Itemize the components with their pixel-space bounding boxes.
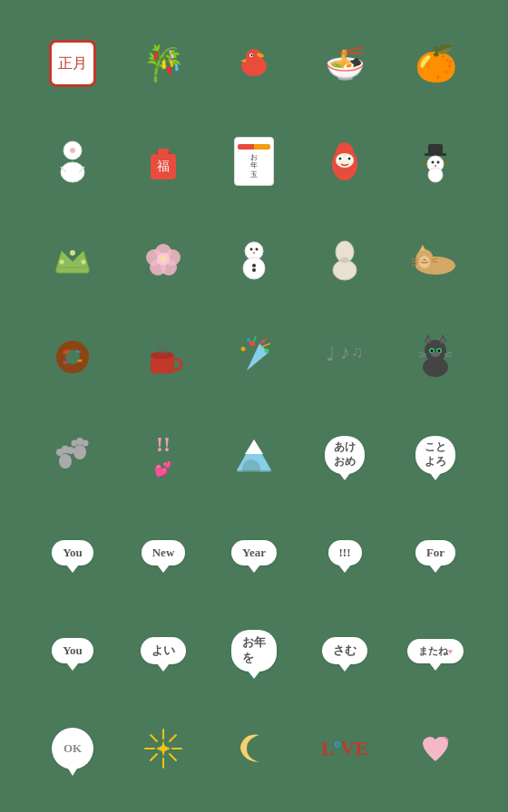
cell-r6c5[interactable]: For <box>390 504 481 602</box>
svg-point-25 <box>432 161 435 164</box>
cell-r1c2[interactable]: 🎋 <box>118 14 209 112</box>
svg-point-33 <box>60 260 64 265</box>
love-icon: LoVE <box>321 738 368 759</box>
svg-point-101 <box>59 454 72 469</box>
cell-r8c4[interactable]: LoVE <box>299 700 390 798</box>
cell-r3c4[interactable] <box>299 210 390 308</box>
svg-line-118 <box>170 754 176 760</box>
cell-r4c2[interactable] <box>118 308 209 406</box>
cell-r4c5[interactable] <box>390 308 481 406</box>
new-year-soup-icon: 🍜 <box>325 44 366 82</box>
svg-point-105 <box>73 445 86 459</box>
cell-r3c5[interactable] <box>390 210 481 308</box>
plum-flower-icon <box>142 238 184 280</box>
cell-r4c4[interactable]: ♩ ♪ ♫ <box>299 308 390 406</box>
cell-r5c1[interactable] <box>27 406 118 504</box>
svg-point-8 <box>70 148 75 153</box>
cell-r8c5[interactable] <box>390 700 481 798</box>
gourd-icon <box>328 237 361 281</box>
svg-line-119 <box>170 735 176 741</box>
mikan-icon: 🍊 <box>415 44 457 83</box>
svg-point-62 <box>424 259 425 261</box>
svg-point-56 <box>419 256 430 268</box>
sparkle-star-icon <box>143 728 183 769</box>
heart-icon <box>415 729 455 768</box>
cell-r2c1[interactable] <box>27 112 118 210</box>
cell-r2c2[interactable]: 福 <box>118 112 209 210</box>
cell-r1c4[interactable]: 🍜 <box>299 14 390 112</box>
cell-r6c4[interactable]: !!! <box>299 504 390 602</box>
svg-point-44 <box>250 248 253 251</box>
cell-r7c1[interactable]: You <box>27 602 118 700</box>
emoji-grid: 正月 🎋 🍜 🍊 <box>20 7 488 805</box>
cell-r6c1[interactable]: You <box>27 504 118 602</box>
svg-point-24 <box>428 168 443 182</box>
svg-point-46 <box>253 252 255 254</box>
coffee-cup-icon <box>143 337 183 377</box>
new-bubble: New <box>142 540 186 566</box>
cell-r7c4[interactable]: さむ <box>299 602 390 700</box>
svg-point-27 <box>435 165 436 167</box>
svg-point-4 <box>251 54 253 56</box>
cell-r6c3[interactable]: Year <box>209 504 299 602</box>
white-figure-icon <box>54 140 92 183</box>
cell-r2c5[interactable] <box>390 112 481 210</box>
cell-r5c2[interactable]: !! 💕 <box>118 406 209 504</box>
svg-point-1 <box>246 49 262 65</box>
cell-r2c4[interactable] <box>299 112 390 210</box>
year-label: Year <box>231 540 277 566</box>
daruma-icon <box>327 140 362 182</box>
cell-r7c2[interactable]: よい <box>118 602 209 700</box>
cell-r5c3[interactable] <box>209 406 299 504</box>
cell-r8c2[interactable] <box>118 700 209 798</box>
samu-label: さむ <box>322 637 367 664</box>
sleeping-cat-icon <box>412 242 459 276</box>
cell-r1c5[interactable]: 🍊 <box>390 14 481 112</box>
samu-bubble: さむ <box>322 637 367 664</box>
cell-r3c3[interactable] <box>209 210 299 308</box>
cell-r8c3[interactable] <box>209 700 299 798</box>
ok-bubble: OK <box>52 728 93 769</box>
matane-label: またね♥ <box>407 639 464 663</box>
cell-r6c2[interactable]: New <box>118 504 209 602</box>
svg-point-20 <box>348 158 351 160</box>
svg-marker-121 <box>156 740 171 757</box>
cell-r1c3[interactable] <box>209 14 299 112</box>
cell-r4c3[interactable] <box>209 308 299 406</box>
cell-r8c1[interactable]: OK <box>27 700 118 798</box>
svg-point-51 <box>340 257 349 263</box>
svg-point-87 <box>425 340 446 362</box>
you-bubble: You <box>52 638 93 663</box>
year-bubble: Year <box>231 540 277 566</box>
kotoyoro-bubble: ことよろ <box>415 436 455 473</box>
cell-r1c1[interactable]: 正月 <box>27 14 118 112</box>
cell-r5c5[interactable]: ことよろ <box>390 406 481 504</box>
cell-r3c2[interactable] <box>118 210 209 308</box>
exclamations-bubble: !!! <box>328 540 362 566</box>
svg-point-70 <box>151 352 174 359</box>
kadomatsu-icon: 🎋 <box>142 44 185 83</box>
yoi-bubble: よい <box>141 637 186 664</box>
svg-line-29 <box>444 162 449 164</box>
cell-r4c1[interactable] <box>27 308 118 406</box>
snowman-hat-icon <box>417 139 454 184</box>
cell-r7c5[interactable]: またね♥ <box>390 602 481 700</box>
excl-label: !!! <box>328 540 362 566</box>
svg-point-19 <box>339 158 342 160</box>
svg-marker-74 <box>247 343 269 371</box>
svg-point-94 <box>431 350 434 353</box>
cell-r3c1[interactable] <box>27 210 118 308</box>
cell-r5c4[interactable]: あけおめ <box>299 406 390 504</box>
for-bubble: For <box>415 540 455 566</box>
svg-text:♩: ♩ <box>326 343 335 365</box>
svg-text:福: 福 <box>157 160 170 173</box>
svg-line-28 <box>422 162 426 164</box>
red-bird-icon <box>233 43 275 84</box>
cell-r2c3[interactable]: お年玉 <box>209 112 299 210</box>
noshi-icon: お年玉 <box>234 137 274 186</box>
svg-text:♪: ♪ <box>340 341 350 363</box>
cell-r7c3[interactable]: お年を <box>209 602 299 700</box>
svg-point-41 <box>161 256 166 262</box>
svg-line-117 <box>151 735 157 741</box>
otoshi-bubble: お年を <box>231 630 277 672</box>
